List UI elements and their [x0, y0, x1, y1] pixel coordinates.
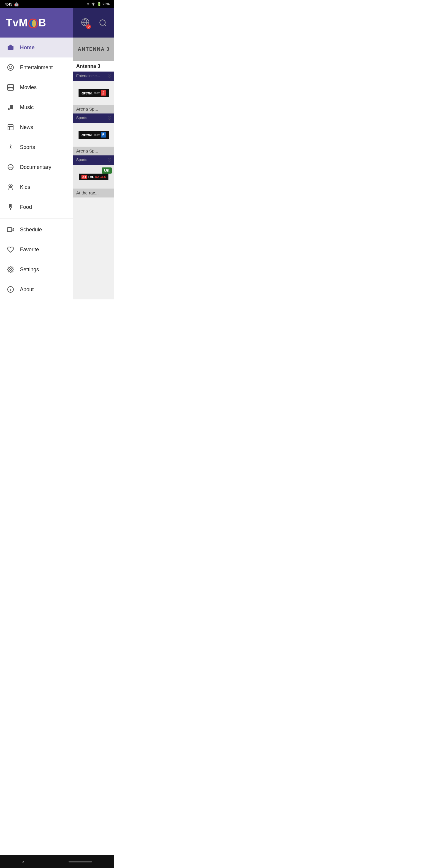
the-label: THE	[88, 175, 94, 179]
sidebar-item-home[interactable]: Home	[0, 37, 73, 58]
info-icon	[6, 285, 15, 294]
sport-label: sport	[94, 92, 100, 94]
races-channel-name: At the rac...	[76, 190, 99, 195]
theater-icon	[6, 63, 15, 72]
svg-point-23	[10, 185, 12, 186]
sidebar-item-kids-label: Kids	[20, 184, 30, 190]
svg-rect-4	[8, 46, 13, 50]
sports-icon	[6, 143, 15, 152]
svg-point-15	[8, 108, 10, 110]
entertainment-bar: Entertainme... ♡	[73, 71, 114, 81]
gear-icon	[6, 265, 15, 274]
logo-prefix: TvM	[6, 17, 28, 29]
channel-card-antenna3[interactable]: ANTENNA 3 Antenna 3 Entertainme... ♡	[73, 37, 114, 81]
news-icon	[6, 123, 15, 132]
arena-num-2: 2	[101, 90, 106, 96]
svg-marker-28	[12, 228, 14, 231]
battery-percent: 23%	[103, 2, 109, 6]
arena2-category: Sports	[76, 116, 87, 121]
sidebar-item-settings-label: Settings	[20, 267, 39, 273]
sidebar-item-favorite-label: Favorite	[20, 247, 39, 253]
sport5-label: sport	[94, 133, 100, 136]
races-logo-area: UK AT THE RACES	[73, 165, 114, 189]
svg-point-3	[32, 20, 36, 27]
dnd-icon: ⊖	[87, 2, 89, 6]
arena-label: arena	[82, 91, 92, 95]
svg-point-36	[100, 20, 105, 26]
sidebar-item-documentary-label: Documentary	[20, 164, 51, 170]
antenna3-logo-area: ANTENNA 3	[73, 37, 114, 61]
at-label: AT	[82, 175, 87, 179]
arena5-info-bar: Sports ♡	[73, 155, 114, 165]
sidebar-item-favorite[interactable]: Favorite	[0, 240, 73, 259]
logo-icon	[28, 19, 38, 28]
sidebar-divider	[0, 218, 73, 218]
arena5-label: arena	[82, 132, 92, 137]
logo-suffix: B	[38, 17, 46, 29]
antenna3-category: Entertainme...	[76, 73, 100, 79]
channel-card-races[interactable]: UK AT THE RACES At the rac...	[73, 165, 114, 198]
arena5-name-bar: Arena Sp...	[73, 147, 114, 155]
arena-num-5: 5	[101, 132, 106, 137]
sidebar-item-about[interactable]: About	[0, 279, 73, 300]
right-panel-header	[73, 8, 114, 37]
arena2-info-bar: Sports ♡	[73, 114, 114, 123]
status-left: 4:45 🤖	[5, 2, 19, 6]
heart-icon	[6, 245, 15, 254]
music-icon	[6, 103, 15, 112]
film-icon	[6, 83, 15, 92]
sidebar-item-home-label: Home	[20, 44, 35, 51]
sidebar-item-food[interactable]: Food	[0, 197, 73, 217]
app-header: TvM B	[0, 8, 73, 37]
status-right: ⊖ 🔋 23%	[87, 2, 109, 7]
races-logo: AT THE RACES	[79, 174, 108, 180]
channel-card-arena5[interactable]: arena sport 5 Arena Sp... Sports ♡	[73, 123, 114, 165]
svg-point-30	[10, 269, 11, 270]
svg-rect-29	[7, 227, 12, 232]
antenna3-logo-text: ANTENNA 3	[78, 46, 110, 52]
antenna3-channel-name: Antenna 3	[76, 63, 100, 69]
sidebar-item-sports-label: Sports	[20, 144, 35, 150]
food-icon	[6, 202, 15, 212]
svg-point-5	[9, 67, 10, 67]
sidebar-item-settings[interactable]: Settings	[0, 259, 73, 279]
sidebar-item-kids[interactable]: Kids	[0, 177, 73, 197]
svg-point-20	[10, 145, 11, 146]
sidebar-item-music[interactable]: Music	[0, 97, 73, 117]
antenna3-heart[interactable]: ♡	[107, 73, 111, 79]
schedule-icon	[6, 225, 15, 234]
arena2-name-bar: Arena Sp...	[73, 105, 114, 114]
sidebar-item-sports[interactable]: Sports	[0, 137, 73, 157]
sidebar-item-schedule[interactable]: Schedule	[0, 220, 73, 240]
android-icon: 🤖	[14, 2, 19, 6]
svg-point-16	[11, 107, 13, 110]
sidebar-item-movies-label: Movies	[20, 85, 37, 91]
status-bar: 4:45 🤖 ⊖ 🔋 23%	[0, 0, 114, 8]
search-icon[interactable]	[99, 19, 107, 27]
svg-line-37	[104, 24, 106, 26]
kids-icon	[6, 182, 15, 192]
races-name-bar: At the rac...	[73, 189, 114, 197]
svg-rect-17	[8, 125, 13, 130]
logo: TvM B	[6, 17, 46, 29]
arena5-heart[interactable]: ♡	[107, 157, 111, 163]
tv-icon	[6, 43, 15, 52]
sidebar-item-news[interactable]: News	[0, 117, 73, 137]
arena2-logo-area: arena sport 2	[73, 81, 114, 105]
arena2-logo: arena sport 2	[78, 89, 109, 97]
arena2-heart[interactable]: ♡	[107, 116, 111, 121]
sidebar-item-music-label: Music	[20, 104, 34, 111]
channel-card-arena2[interactable]: arena sport 2 Arena Sp... Sports ♡	[73, 81, 114, 123]
svg-point-6	[11, 67, 12, 67]
main-layout: TvM B Home Entertainment	[0, 8, 114, 300]
globe-wrap	[81, 18, 90, 28]
arena5-logo: arena sport 5	[78, 131, 109, 139]
check-badge	[86, 24, 91, 29]
sidebar-item-entertainment[interactable]: Entertainment	[0, 58, 73, 78]
sidebar-item-documentary[interactable]: Documentary	[0, 157, 73, 177]
sidebar-item-news-label: News	[20, 124, 33, 130]
sidebar-item-schedule-label: Schedule	[20, 227, 42, 233]
sidebar-item-food-label: Food	[20, 204, 32, 210]
arena5-category: Sports	[76, 157, 87, 163]
sidebar-item-movies[interactable]: Movies	[0, 78, 73, 97]
